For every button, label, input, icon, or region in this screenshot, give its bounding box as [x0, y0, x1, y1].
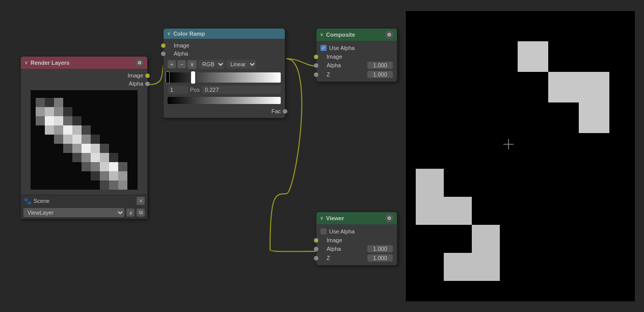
svg-rect-49 [579, 72, 609, 102]
viewer-use-alpha-checkbox[interactable] [320, 228, 327, 235]
color-ramp-chevron[interactable]: ∨ [167, 31, 171, 36]
viewer-alpha-value[interactable]: 1.000 [367, 245, 393, 252]
render-layers-alpha-socket[interactable] [145, 82, 150, 86]
viewer-icon-btn[interactable]: ⊙ [385, 214, 393, 222]
pos-value-field[interactable]: 0.227 [202, 86, 281, 94]
viewer-use-alpha-row: Use Alpha [320, 227, 393, 236]
composite-z-label: Z [327, 71, 330, 77]
viewlayer-copy-btn[interactable]: ⧉ [137, 209, 145, 217]
gradient-stop-black[interactable] [166, 71, 170, 84]
color-ramp-rgb-select[interactable]: RGB [198, 60, 225, 69]
viewer-chevron[interactable]: ∨ [320, 216, 324, 221]
viewer-alpha-socket[interactable] [314, 247, 318, 251]
render-layers-image-label: Image [127, 72, 143, 79]
svg-rect-17 [82, 125, 91, 135]
svg-rect-7 [63, 107, 72, 116]
color-ramp-add-btn[interactable]: + [168, 60, 176, 68]
viewer-title: Viewer [326, 215, 344, 221]
svg-rect-31 [100, 153, 109, 162]
composite-icon-btn[interactable]: ⊙ [385, 31, 393, 39]
viewer-node: ∨ Viewer ⊙ Use Alpha Image Alpha 1.000 [316, 212, 397, 266]
stop-index-field[interactable] [168, 86, 188, 94]
color-ramp-image-socket[interactable] [161, 43, 166, 48]
svg-rect-46 [518, 41, 548, 72]
svg-rect-48 [548, 72, 579, 102]
render-layers-image-socket[interactable] [145, 73, 150, 78]
svg-rect-36 [109, 162, 118, 171]
svg-rect-57 [472, 253, 500, 281]
viewer-use-alpha-label: Use Alpha [329, 228, 355, 235]
viewer-image-label: Image [327, 237, 342, 243]
composite-use-alpha-label: Use Alpha [329, 45, 355, 51]
color-ramp-remove-btn[interactable]: − [177, 60, 185, 68]
svg-rect-1 [36, 98, 45, 107]
viewer-header: ∨ Viewer ⊙ [316, 212, 397, 224]
viewer-z-value[interactable]: 1.000 [367, 254, 393, 262]
composite-header: ∨ Composite ⊙ [316, 29, 397, 41]
svg-rect-54 [416, 197, 444, 225]
svg-rect-19 [63, 135, 72, 144]
composite-alpha-value[interactable]: 1.000 [367, 62, 393, 69]
svg-rect-9 [45, 116, 54, 125]
svg-rect-21 [82, 135, 91, 144]
render-layers-icon-btn[interactable]: ⊙ [136, 59, 144, 67]
svg-rect-16 [72, 125, 82, 135]
scene-close-button[interactable]: ✕ [137, 197, 145, 205]
render-layers-chevron[interactable]: ∨ [24, 60, 28, 65]
scene-icon: 🐾 [23, 197, 32, 205]
color-ramp-node: ∨ Color Ramp Image Alpha + − ∨ RGB [163, 28, 285, 118]
color-ramp-image-label: Image [174, 42, 190, 48]
render-layers-camera-icon: ⊙ [138, 60, 142, 65]
gradient-stop-white[interactable] [191, 71, 195, 84]
svg-rect-33 [82, 162, 91, 171]
composite-z-row: Z 1.000 [320, 70, 393, 79]
svg-rect-55 [444, 197, 472, 225]
svg-rect-23 [63, 144, 72, 153]
color-ramp-fac-socket[interactable] [283, 109, 287, 114]
svg-rect-50 [579, 102, 609, 133]
svg-rect-4 [36, 107, 45, 116]
svg-rect-41 [118, 171, 127, 180]
svg-rect-40 [109, 171, 118, 180]
composite-use-alpha-checkbox[interactable]: ✓ [320, 45, 327, 51]
composite-node: ∨ Composite ⊙ ✓ Use Alpha Image Alpha 1.… [316, 28, 397, 82]
color-ramp-controls: + − ∨ RGB Linear [168, 58, 281, 71]
gradient-bar[interactable] [168, 72, 281, 83]
svg-rect-28 [72, 153, 82, 162]
svg-rect-22 [91, 135, 100, 144]
viewer-alpha-label: Alpha [327, 246, 341, 252]
svg-rect-26 [91, 144, 100, 153]
viewer-z-socket[interactable] [314, 256, 318, 261]
svg-rect-10 [54, 116, 63, 125]
render-layers-title: Render Layers [31, 60, 69, 66]
svg-rect-32 [109, 153, 118, 162]
color-ramp-dropdown-btn[interactable]: ∨ [187, 60, 197, 69]
composite-alpha-label: Alpha [327, 62, 341, 68]
color-ramp-alpha-label: Alpha [174, 50, 188, 57]
viewer-panel [405, 10, 634, 301]
viewlayer-chevron-btn[interactable]: ∨ [126, 209, 135, 217]
composite-z-socket[interactable] [314, 72, 318, 77]
svg-rect-29 [82, 153, 91, 162]
viewer-body: Use Alpha Image Alpha 1.000 Z 1.000 [316, 224, 397, 265]
viewer-z-row: Z 1.000 [320, 253, 393, 263]
composite-z-value[interactable]: 1.000 [367, 71, 393, 78]
color-preview-bar[interactable] [168, 97, 281, 104]
composite-image-socket[interactable] [314, 55, 318, 59]
viewlayer-dropdown[interactable]: ViewLayer [23, 208, 124, 217]
composite-image-label: Image [327, 54, 342, 60]
color-ramp-interp-select[interactable]: Linear [226, 60, 256, 69]
composite-alpha-socket[interactable] [314, 63, 318, 68]
svg-rect-12 [72, 116, 82, 125]
svg-rect-39 [100, 171, 109, 180]
composite-chevron[interactable]: ∨ [320, 32, 324, 37]
svg-rect-37 [118, 162, 127, 171]
viewer-image-socket[interactable] [314, 238, 318, 243]
svg-rect-58 [444, 253, 472, 281]
render-layers-body: Image Alpha [21, 69, 147, 195]
svg-rect-24 [72, 144, 82, 153]
render-layers-alpha-output-row: Alpha [25, 80, 143, 88]
color-ramp-alpha-socket[interactable] [161, 51, 166, 56]
svg-rect-14 [54, 125, 63, 135]
svg-rect-35 [100, 162, 109, 171]
